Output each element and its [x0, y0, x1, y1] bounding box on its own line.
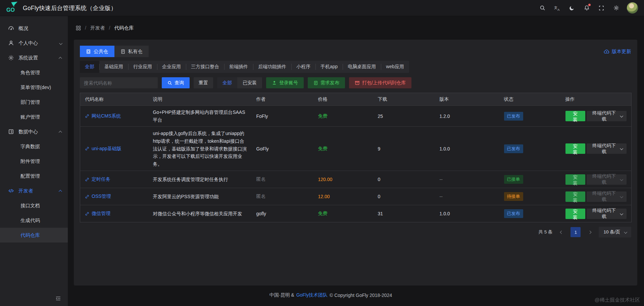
tab-public-repo[interactable]: 公共仓	[80, 46, 114, 57]
sidebar-item-label: 系统设置	[18, 55, 38, 61]
category-mobile-app[interactable]: 手机app	[315, 61, 343, 73]
user-avatar[interactable]	[627, 2, 638, 13]
notification-icon[interactable]	[581, 2, 593, 14]
sidebar-item-code-generation[interactable]: 生成代码	[0, 213, 68, 228]
code-name-link[interactable]: 定时任务	[85, 176, 144, 182]
filter-installed-button[interactable]: 已安装	[237, 77, 262, 88]
sidebar-item-overview[interactable]: 概况	[0, 21, 68, 36]
code-version: 1.0.0	[435, 205, 499, 222]
code-price: 免费	[318, 211, 328, 216]
code-icon	[8, 188, 14, 194]
code-name-link[interactable]: 网站CMS系统	[85, 113, 144, 119]
code-name-link[interactable]: OSS管理	[85, 193, 144, 200]
code-downloads: 0	[373, 171, 435, 188]
install-filter-segment: 全部 已安装	[217, 77, 262, 88]
col-author: 作者	[252, 93, 313, 106]
breadcrumb-current: 代码仓库	[114, 25, 134, 31]
install-button: 安装	[565, 191, 585, 202]
prev-page-button[interactable]	[557, 227, 566, 237]
category-enterprise-apps[interactable]: 企业应用	[157, 61, 186, 73]
upload-code-button[interactable]: 打包/上传代码到仓库	[349, 77, 411, 88]
code-name-link[interactable]: uni-app基础版	[85, 146, 144, 152]
sidebar-item-attachment-management[interactable]: 附件管理	[0, 154, 68, 169]
search-input[interactable]	[80, 77, 158, 88]
table-row: 网站CMS系统 Go+PHP搭建定制多网站内容管理后台SAAS平台 FoFly …	[80, 106, 632, 127]
translate-icon[interactable]: 文A	[551, 2, 563, 14]
category-web-app[interactable]: web应用	[381, 61, 409, 73]
footer-team-link[interactable]: GoFly技术团队	[296, 292, 328, 298]
sidebar-collapse-icon[interactable]	[55, 296, 61, 303]
category-frontend-plugins[interactable]: 前端插件	[224, 61, 253, 73]
sidebar-item-personal-center[interactable]: 个人中心	[0, 36, 68, 50]
reset-button[interactable]: 重置	[194, 77, 213, 88]
code-author: gofly	[252, 205, 313, 222]
sidebar: 概况 个人中心 系统设置 角色管理 菜单管理(dev) 部门管理 账户管理 数据…	[0, 16, 68, 306]
apps-grid-icon[interactable]	[76, 26, 81, 31]
code-downloads: 31	[373, 205, 435, 222]
query-button[interactable]: 查询	[162, 77, 190, 88]
category-desktop-app[interactable]: 电脑桌面应用	[343, 61, 381, 73]
code-author: FoFly	[252, 106, 313, 127]
sidebar-item-code-repository[interactable]: 代码仓库	[0, 228, 68, 243]
code-author: 匿名	[252, 188, 313, 205]
chevron-down-icon	[620, 195, 623, 198]
install-button[interactable]: 安装	[565, 209, 585, 219]
category-industry-apps[interactable]: 行业应用	[128, 61, 157, 73]
code-version: 1.2.0	[435, 106, 499, 127]
category-backend-plugins[interactable]: 后端功能插件	[253, 61, 291, 73]
col-code-name: 代码名称	[80, 93, 148, 106]
clipboard-icon	[313, 81, 318, 85]
sidebar-item-account-management[interactable]: 账户管理	[0, 110, 68, 124]
terminal-download-button[interactable]: 终端代码下载	[587, 111, 627, 121]
dark-mode-icon[interactable]	[566, 2, 578, 14]
svg-text:文: 文	[554, 6, 557, 9]
filter-row: 查询 重置 全部 已安装 登录账号 需求发布 打包/上传代码到仓库	[80, 77, 631, 88]
fullscreen-icon[interactable]	[595, 2, 607, 14]
sidebar-item-role-management[interactable]: 角色管理	[0, 65, 68, 80]
sidebar-item-department-management[interactable]: 部门管理	[0, 95, 68, 110]
filter-all-button[interactable]: 全部	[217, 77, 237, 88]
category-mini-program[interactable]: 小程序	[291, 61, 315, 73]
category-third-party-integration[interactable]: 三方接口整合	[186, 61, 224, 73]
sidebar-item-developer[interactable]: 开发者	[0, 183, 68, 198]
table-header-row: 代码名称 说明 作者 价格 下载 版本 状态 操作	[80, 93, 632, 106]
install-button[interactable]: 安装	[565, 143, 585, 154]
next-page-button[interactable]	[585, 227, 594, 237]
settings-icon[interactable]	[610, 2, 622, 14]
code-price: 120.00	[318, 177, 333, 182]
page-size-select[interactable]: 10 条/页	[599, 227, 631, 237]
app-title: GoFly快速后台管理系统（企业版）	[23, 4, 117, 12]
category-all[interactable]: 全部	[80, 61, 99, 73]
main-content: / 开发者 / 代码仓库 公共仓 私有仓 版本更新 全部	[68, 16, 644, 306]
sidebar-item-system-settings[interactable]: 系统设置	[0, 50, 68, 65]
terminal-download-button[interactable]: 终端代码下载	[587, 143, 627, 154]
sidebar-item-dictionary-data[interactable]: 字典数据	[0, 139, 68, 154]
topbar-actions: 文A	[536, 2, 638, 14]
gear-icon	[8, 55, 14, 61]
table-row: 定时任务 开发系统任务调度管理定时任务执行 匿名 120.00 0 -- 已接单…	[80, 171, 632, 188]
sidebar-item-data-center[interactable]: 数据中心	[0, 124, 68, 139]
link-icon	[85, 146, 89, 151]
code-name-link[interactable]: 微信管理	[85, 211, 144, 217]
status-badge: 待接单	[504, 192, 523, 201]
code-description: 开发阿里云的PSS资源管理功能	[148, 188, 252, 205]
col-price: 价格	[313, 93, 373, 106]
sidebar-item-label: 概况	[18, 25, 28, 32]
sidebar-item-api-docs[interactable]: 接口文档	[0, 198, 68, 213]
gauge-icon	[8, 25, 14, 31]
category-basic-apps[interactable]: 基础应用	[99, 61, 128, 73]
page-number-button[interactable]: 1	[571, 227, 581, 237]
install-button[interactable]: 安装	[565, 111, 585, 121]
sidebar-item-menu-management[interactable]: 菜单管理(dev)	[0, 80, 68, 95]
chevron-down-icon	[620, 147, 623, 150]
terminal-download-button[interactable]: 终端代码下载	[587, 209, 627, 219]
content-card: 公共仓 私有仓 版本更新 全部 基础应用 行业应用 企业应用 三方接口整合 前端…	[74, 40, 637, 286]
tab-private-repo[interactable]: 私有仓	[114, 46, 149, 57]
publish-request-button[interactable]: 需求发布	[308, 77, 345, 88]
login-account-button[interactable]: 登录账号	[266, 77, 304, 88]
sidebar-item-config-management[interactable]: 配置管理	[0, 169, 68, 183]
version-update-link[interactable]: 版本更新	[604, 48, 631, 55]
notification-badge-dot	[588, 4, 591, 6]
search-icon[interactable]	[536, 2, 548, 14]
breadcrumb-section[interactable]: 开发者	[90, 25, 105, 31]
